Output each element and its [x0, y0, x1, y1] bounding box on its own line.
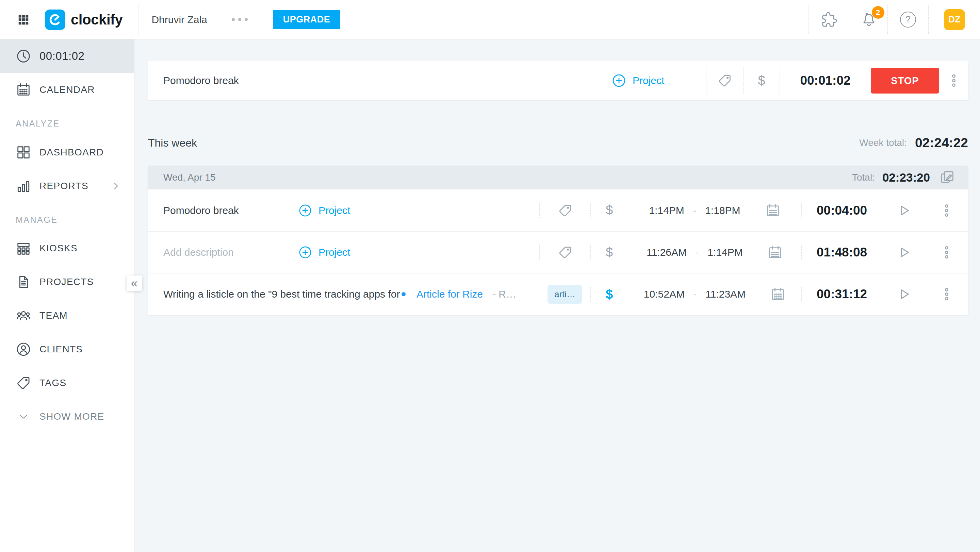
calendar-icon[interactable]: [770, 286, 786, 302]
calendar-icon[interactable]: [765, 203, 781, 218]
apps-grid-icon[interactable]: [17, 13, 30, 26]
entry-add-project-button[interactable]: Project: [298, 245, 350, 260]
plus-circle-icon: [298, 245, 312, 260]
tag-icon: [558, 203, 573, 218]
entry-time-range: 11:26AM - 1:14PM: [628, 244, 801, 260]
profile-cell[interactable]: DZ: [928, 5, 980, 34]
sidebar-item-reports[interactable]: REPORTS: [0, 169, 134, 203]
time-dash: -: [694, 289, 697, 300]
sidebar-show-more[interactable]: SHOW MORE: [0, 400, 134, 433]
dollar-icon: $: [606, 245, 613, 260]
sidebar-team-label: TEAM: [40, 310, 68, 321]
entry-description[interactable]: Writing a listicle on the "9 best time t…: [163, 289, 401, 300]
entry-description-input[interactable]: [163, 247, 298, 258]
sidebar-collapse-button[interactable]: «: [127, 276, 142, 291]
entry-more-menu[interactable]: [925, 287, 968, 302]
tag-chip[interactable]: arti…: [547, 285, 582, 304]
kebab-menu-icon: [939, 287, 954, 302]
entry-project[interactable]: Article for Rize - R…: [401, 289, 516, 300]
timer-tags-button[interactable]: [706, 73, 743, 88]
entry-add-project-button[interactable]: Project: [298, 203, 350, 218]
entry-continue-button[interactable]: [882, 244, 925, 260]
timer-billable-button[interactable]: $: [743, 73, 780, 88]
entry-end-time[interactable]: 1:14PM: [708, 247, 743, 258]
sidebar-timer-time: 00:01:02: [40, 50, 84, 63]
day-group-header: Wed, Apr 15 Total: 02:23:20: [148, 166, 968, 189]
clock-icon: [16, 48, 31, 64]
timer-more-menu[interactable]: [939, 73, 968, 88]
dollar-icon: $: [606, 287, 613, 302]
calendar-icon[interactable]: [767, 244, 783, 260]
entry-duration-cell: 01:48:08: [801, 245, 882, 260]
time-entry-row: Writing a listicle on the "9 best time t…: [148, 273, 968, 315]
week-heading-row: This week Week total: 02:24:22: [148, 134, 968, 151]
entry-billable-button[interactable]: $: [590, 245, 628, 260]
entry-duration[interactable]: 01:48:08: [817, 245, 867, 260]
avatar[interactable]: DZ: [944, 9, 965, 30]
entry-client: - R…: [492, 289, 516, 300]
calendar-icon: [16, 82, 31, 98]
sidebar-item-tags[interactable]: TAGS: [0, 366, 134, 400]
tag-icon: [16, 375, 31, 391]
team-icon: [16, 308, 31, 324]
time-dash: -: [693, 205, 696, 216]
time-dash: -: [695, 247, 698, 258]
integrations-button[interactable]: [808, 5, 850, 34]
document-icon: [16, 274, 31, 290]
sidebar-reports-label: REPORTS: [40, 181, 89, 192]
sidebar-item-clients[interactable]: CLIENTS: [0, 332, 134, 366]
entry-continue-button[interactable]: [882, 286, 925, 302]
entry-end-time[interactable]: 11:23AM: [705, 289, 746, 300]
play-icon: [896, 244, 912, 260]
entry-duration[interactable]: 00:31:12: [817, 287, 867, 301]
question-mark-icon: ?: [900, 11, 916, 27]
bulk-edit-icon[interactable]: [940, 170, 955, 186]
help-button[interactable]: ?: [888, 5, 928, 34]
sidebar-item-projects[interactable]: PROJECTS: [0, 265, 134, 298]
entry-start-time[interactable]: 1:14PM: [649, 205, 684, 216]
entry-billable-button[interactable]: $: [590, 287, 628, 302]
week-total-label: Week total:: [859, 137, 907, 148]
week-title: This week: [148, 137, 197, 149]
sidebar-show-more-label: SHOW MORE: [40, 411, 105, 422]
entry-duration[interactable]: 00:04:00: [817, 203, 867, 218]
project-color-dot: [401, 292, 406, 296]
app-name: clockify: [71, 11, 123, 28]
day-total-value: 02:23:20: [882, 171, 930, 184]
main-content: Project $ 00:01:02 STOP This week Week t…: [135, 40, 980, 552]
sidebar-item-timetracker[interactable]: 00:01:02: [0, 40, 134, 73]
entry-more-menu[interactable]: [925, 203, 968, 218]
tag-icon: [558, 245, 573, 260]
entry-description-input[interactable]: [163, 205, 298, 216]
clockify-logo[interactable]: clockify: [45, 10, 123, 30]
sidebar-item-calendar[interactable]: CALENDAR: [0, 73, 134, 106]
sidebar-item-kiosks[interactable]: KIOSKS: [0, 231, 134, 265]
timer-bar: Project $ 00:01:02 STOP: [148, 61, 968, 100]
entry-start-time[interactable]: 11:26AM: [646, 247, 687, 258]
entry-start-time[interactable]: 10:52AM: [644, 289, 685, 300]
entry-billable-button[interactable]: $: [590, 203, 628, 218]
day-group-card: Wed, Apr 15 Total: 02:23:20 Project $ 1:…: [148, 166, 968, 315]
sidebar-clients-label: CLIENTS: [40, 344, 83, 355]
entry-more-menu[interactable]: [925, 245, 968, 260]
sidebar-item-dashboard[interactable]: DASHBOARD: [0, 135, 134, 169]
entry-continue-button[interactable]: [882, 203, 925, 218]
timer-elapsed: 00:01:02: [780, 73, 871, 88]
notification-badge: 2: [872, 6, 885, 19]
upgrade-button[interactable]: UPGRADE: [273, 10, 340, 29]
entry-tags-button[interactable]: [539, 203, 590, 218]
workspace-switcher[interactable]: Dhruvir Zala: [151, 14, 207, 25]
play-icon: [896, 286, 912, 302]
timer-description-input[interactable]: [148, 61, 611, 100]
workspace-menu-dots-icon[interactable]: [228, 14, 251, 24]
dashboard-icon: [16, 144, 31, 160]
sidebar-kiosks-label: KIOSKS: [40, 243, 78, 254]
notifications-button[interactable]: 2: [850, 5, 888, 34]
entry-tags-button[interactable]: [539, 245, 590, 260]
sidebar-item-team[interactable]: TEAM: [0, 298, 134, 332]
day-total-label: Total:: [852, 172, 875, 183]
timer-add-project-button[interactable]: Project: [611, 73, 706, 88]
entry-project-name[interactable]: Article for Rize: [417, 289, 483, 300]
entry-end-time[interactable]: 1:18PM: [705, 205, 740, 216]
stop-button[interactable]: STOP: [871, 68, 939, 94]
